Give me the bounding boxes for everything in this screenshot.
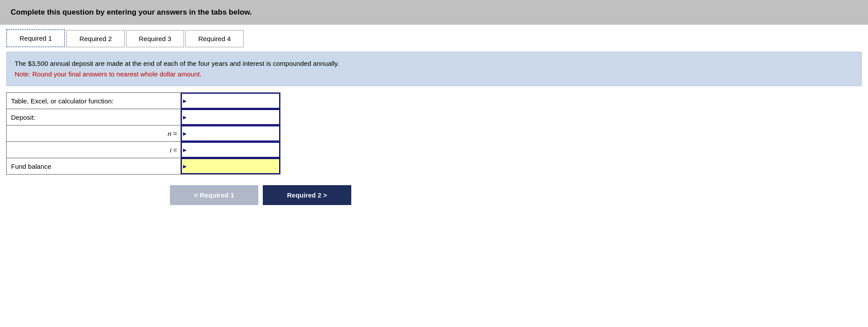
table-row: Deposit: ► <box>7 109 280 125</box>
input-wrapper-deposit: ► <box>181 109 280 125</box>
input-i[interactable] <box>181 142 280 158</box>
arrow-icon-2: ► <box>182 130 188 137</box>
form-table: Table, Excel, or calculator function: ► … <box>6 92 280 175</box>
tabs-wrapper: Required 1 Required 2 Required 3 Require… <box>6 29 862 47</box>
row-i-label: i = <box>7 142 181 158</box>
info-main-text: The $3,500 annual deposit are made at th… <box>15 60 339 67</box>
tab-required-3[interactable]: Required 3 <box>126 30 184 47</box>
row-i-input-cell: ► <box>181 142 280 158</box>
row-fund-balance-label: Fund balance <box>7 158 181 175</box>
header-banner: Complete this question by entering your … <box>0 0 868 25</box>
arrow-icon-3: ► <box>182 147 188 153</box>
row-fund-balance-input-cell: ► <box>181 158 280 175</box>
table-row: Table, Excel, or calculator function: ► <box>7 93 280 109</box>
tab-required-2[interactable]: Required 2 <box>66 30 124 47</box>
row-n-input-cell: ► <box>181 125 280 142</box>
info-note-text: Note: Round your final answers to neares… <box>15 70 202 78</box>
row-deposit-label: Deposit: <box>7 109 181 125</box>
prev-button[interactable]: < Required 1 <box>170 185 258 205</box>
table-row: Fund balance ► <box>7 158 280 175</box>
row-n-label: n = <box>7 125 181 142</box>
header-text: Complete this question by entering your … <box>11 8 252 16</box>
next-button[interactable]: Required 2 > <box>263 185 351 205</box>
row-table-function-label: Table, Excel, or calculator function: <box>7 93 181 109</box>
input-wrapper-fund-balance: ► <box>181 158 280 174</box>
row-deposit-input-cell: ► <box>181 109 280 125</box>
tab-required-4[interactable]: Required 4 <box>185 30 243 47</box>
nav-buttons: < Required 1 Required 2 > <box>6 185 862 205</box>
tab-required-1[interactable]: Required 1 <box>6 29 65 47</box>
arrow-icon-1: ► <box>182 114 188 121</box>
row-table-function-input-cell: ► <box>181 93 280 109</box>
input-table-function[interactable] <box>181 93 280 109</box>
input-wrapper-table-function: ► <box>181 93 280 109</box>
arrow-icon-4: ► <box>182 163 188 170</box>
table-row: i = ► <box>7 142 280 158</box>
input-fund-balance[interactable] <box>181 158 280 174</box>
input-wrapper-n: ► <box>181 125 280 141</box>
info-box: The $3,500 annual deposit are made at th… <box>6 52 862 86</box>
arrow-icon-0: ► <box>182 98 188 104</box>
table-row: n = ► <box>7 125 280 142</box>
input-deposit[interactable] <box>181 109 280 125</box>
input-wrapper-i: ► <box>181 142 280 158</box>
input-n[interactable] <box>181 125 280 141</box>
